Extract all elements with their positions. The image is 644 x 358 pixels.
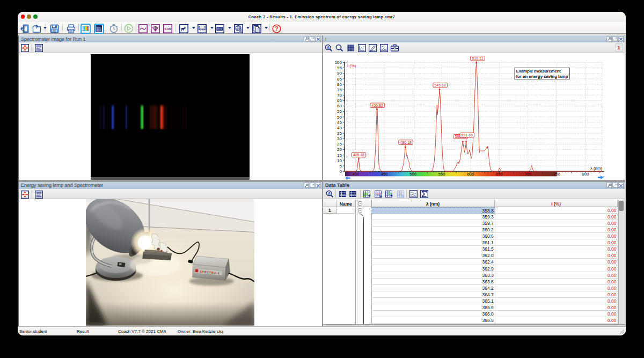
svg-text:30: 30 [337,136,342,141]
svg-text:545.88: 545.88 [434,83,446,87]
svg-text:10: 10 [337,158,342,163]
svg-text:70: 70 [337,92,342,97]
svg-text:0.08: 0.08 [164,27,171,31]
svg-text:100: 100 [335,60,342,65]
svg-text:90: 90 [337,71,342,76]
svg-text:A: A [327,192,330,195]
svg-text:45: 45 [337,120,342,125]
svg-text:15: 15 [337,152,342,157]
svg-text:550: 550 [438,172,445,177]
svg-text:?: ? [275,25,278,32]
svg-text:75: 75 [337,87,342,92]
svg-text:55: 55 [337,109,342,114]
svg-text:65: 65 [337,98,342,103]
svg-text:60: 60 [337,104,342,108]
svg-text:20: 20 [337,147,342,152]
svg-text:591.69: 591.69 [462,133,473,137]
svg-text:436.83: 436.83 [371,103,383,107]
svg-text:500: 500 [409,172,416,177]
svg-text:5: 5 [340,163,342,168]
svg-text:A: A [326,45,329,49]
svg-text:λ (nm): λ (nm) [590,166,602,171]
svg-text:486.18: 486.18 [400,140,412,144]
svg-text:610.11: 610.11 [472,56,484,60]
svg-text:405.45: 405.45 [353,152,365,156]
svg-text:400: 400 [352,172,359,177]
svg-text:700: 700 [525,172,532,177]
svg-text:for an energy saving lamp: for an energy saving lamp [516,74,568,78]
svg-text:450: 450 [381,172,388,177]
svg-text:85: 85 [337,76,342,81]
svg-text:80: 80 [337,82,342,86]
svg-text:40: 40 [337,125,342,130]
svg-text:0: 0 [340,169,342,173]
svg-text:I (%): I (%) [347,63,356,68]
svg-text:50: 50 [337,114,342,119]
svg-text:800: 800 [582,172,589,177]
svg-text:750: 750 [553,172,560,177]
svg-text:95: 95 [337,65,342,70]
svg-text:650: 650 [496,172,503,177]
svg-text:35: 35 [337,130,342,135]
svg-text:Example measurement: Example measurement [516,68,561,73]
svg-text:25: 25 [337,142,342,147]
svg-text:600: 600 [467,172,474,177]
